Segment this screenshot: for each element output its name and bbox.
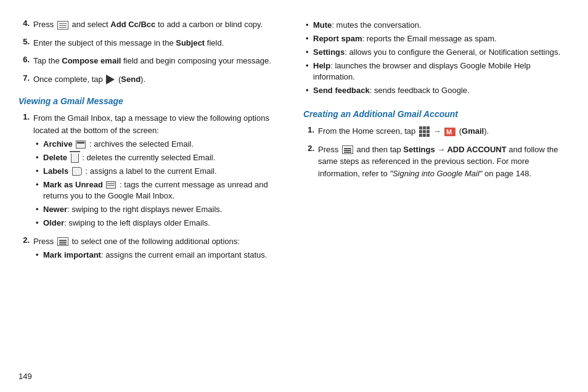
viewing-item-2-num: 2.	[18, 235, 30, 261]
bullet-delete-text: Delete : deletes the currently selected …	[43, 152, 215, 164]
bullet-mark-unread-text: Mark as Unread : tags the current messag…	[43, 179, 285, 203]
bullet-report-spam: • Report spam: reports the Email message…	[306, 33, 570, 45]
mark-unread-icon	[106, 181, 116, 189]
bullet-settings-text: Settings: allows you to configure the Ge…	[313, 47, 560, 59]
item-5: 5. Enter the subject of this message in …	[18, 37, 285, 49]
menu-icon-create	[342, 145, 353, 154]
gmail-icon	[444, 128, 455, 136]
bullet-archive: • Archive : archives the selected Email.	[36, 139, 285, 150]
bullet-mute-text: Mute: mutes the conversation.	[313, 20, 422, 31]
bullet-mark-important: • Mark important: assigns the current em…	[36, 250, 285, 261]
viewing-item-2-bullets: • Mark important: assigns the current em…	[36, 250, 285, 261]
viewing-item-2-content: Press to select one of the following add…	[33, 235, 285, 261]
creating-item-2-content: Press and then tap Settings → ADD ACCOUN…	[318, 144, 570, 180]
gmail-label: Gmail	[462, 126, 484, 136]
compose-email-label: Compose email	[62, 56, 121, 65]
right-bullet-list: • Mute: mutes the conversation. • Report…	[306, 20, 570, 97]
subject-label: Subject	[176, 38, 205, 47]
bullet-delete: • Delete : deletes the currently selecte…	[36, 152, 285, 164]
creating-item-1-num: 1.	[303, 125, 314, 137]
bullet-report-spam-text: Report spam: reports the Email message a…	[313, 33, 497, 45]
bullet-mute: • Mute: mutes the conversation.	[306, 20, 570, 31]
bullet-mark-important-text: Mark important: assigns the current emai…	[43, 250, 267, 261]
page-number: 149	[18, 372, 32, 381]
item-7-num: 7.	[18, 73, 30, 86]
item-4-content: Press and select Add Cc/Bcc to add a car…	[33, 18, 285, 31]
archive-icon	[76, 141, 86, 149]
viewing-item-1-content: From the Gmail Inbox, tap a message to v…	[33, 112, 285, 229]
grid-icon	[419, 126, 430, 137]
viewing-item-1-num: 1.	[18, 112, 30, 229]
signing-into-google-mail-ref: "Signing into Google Mail"	[390, 169, 482, 178]
viewing-item-2: 2. Press to select one of the following …	[18, 235, 285, 261]
item-6-content: Tap the Compose email field and begin co…	[33, 55, 285, 67]
item-4-num: 4.	[18, 18, 30, 31]
settings-add-account-label: Settings → ADD ACCOUNT	[403, 145, 506, 154]
menu-icon-4	[57, 21, 68, 30]
page-container: 4. Press and select Add Cc/Bcc to add a …	[0, 0, 588, 392]
send-label: Send	[121, 75, 141, 84]
bullet-labels: • Labels : assigns a label to the curren…	[36, 166, 285, 178]
bullet-archive-text: Archive : archives the selected Email.	[43, 139, 194, 150]
delete-icon	[71, 153, 79, 163]
creating-item-1-content: From the Home screen, tap → (Gmail).	[318, 125, 570, 137]
item-6: 6. Tap the Compose email field and begin…	[18, 55, 285, 67]
bullet-mark-unread: • Mark as Unread : tags the current mess…	[36, 179, 285, 203]
bullet-older: • Older: swiping to the left displays ol…	[36, 218, 285, 229]
bullet-labels-text: Labels : assigns a label to the current …	[43, 166, 217, 178]
send-icon	[106, 75, 115, 84]
right-column: • Mute: mutes the conversation. • Report…	[303, 18, 570, 380]
left-column: 4. Press and select Add Cc/Bcc to add a …	[18, 18, 285, 380]
item-7: 7. Once complete, tap (Send).	[18, 73, 285, 86]
bullet-help: • Help: launches the browser and display…	[306, 60, 570, 84]
labels-icon	[72, 167, 82, 176]
viewing-section-heading: Viewing a Gmail Message	[18, 96, 285, 106]
arrow-1: →	[433, 126, 443, 136]
bullet-newer-text: Newer: swiping to the right displays new…	[43, 204, 222, 216]
creating-item-2-num: 2.	[303, 144, 314, 180]
bullet-settings: • Settings: allows you to configure the …	[306, 47, 570, 59]
item-5-content: Enter the subject of this message in the…	[33, 37, 285, 49]
add-cc-bcc-label: Add Cc/Bcc	[110, 20, 155, 29]
item-5-num: 5.	[18, 37, 30, 49]
creating-item-2: 2. Press and then tap Settings → ADD ACC…	[303, 144, 570, 180]
bullet-older-text: Older: swiping to the left displays olde…	[43, 218, 210, 229]
bullet-newer: • Newer: swiping to the right displays n…	[36, 204, 285, 216]
creating-section-heading: Creating an Additional Gmail Account	[303, 109, 570, 119]
viewing-item-1: 1. From the Gmail Inbox, tap a message t…	[18, 112, 285, 229]
bullet-send-feedback-text: Send feedback: sends feedback to Google.	[313, 85, 470, 97]
item-6-num: 6.	[18, 55, 30, 67]
creating-item-1: 1. From the Home screen, tap → (Gmail).	[303, 125, 570, 137]
item-4: 4. Press and select Add Cc/Bcc to add a …	[18, 18, 285, 31]
bullet-send-feedback: • Send feedback: sends feedback to Googl…	[306, 85, 570, 97]
menu-icon-2	[57, 237, 68, 246]
viewing-bullet-list: • Archive : archives the selected Email.…	[36, 139, 285, 229]
item-7-content: Once complete, tap (Send).	[33, 73, 285, 86]
bullet-help-text: Help: launches the browser and displays …	[313, 60, 570, 84]
